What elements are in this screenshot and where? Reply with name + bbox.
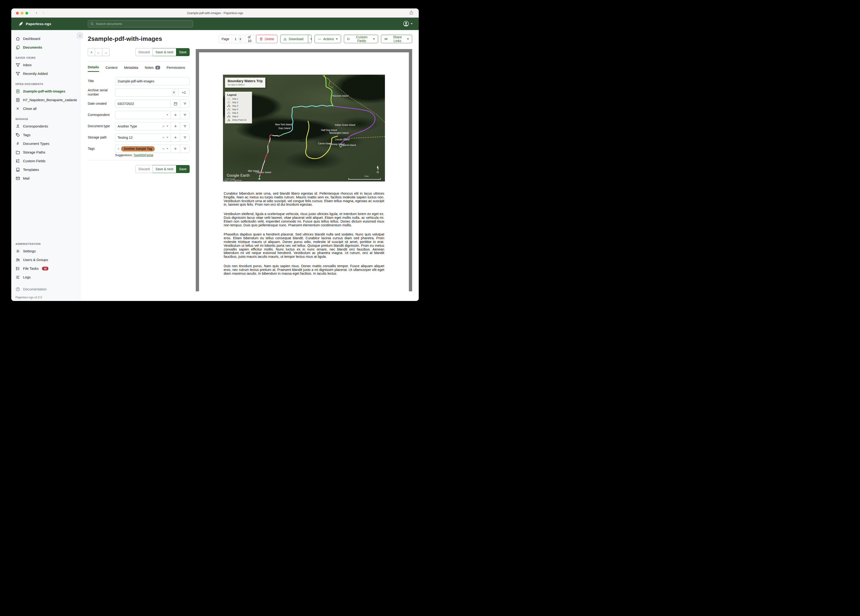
app-brand[interactable]: Paperless-ngx (11, 21, 52, 27)
sidebar-item-inbox[interactable]: Inbox (11, 61, 80, 69)
save-button[interactable]: Save (176, 48, 190, 56)
google-earth-watermark: Google Earth (227, 173, 250, 178)
tab-notes[interactable]: Notes 1 (145, 65, 160, 72)
previous-document-button[interactable]: ← (95, 48, 102, 56)
calendar-icon[interactable] (171, 100, 180, 107)
storage-path-filter-icon[interactable] (180, 134, 190, 141)
download-options-caret[interactable] (308, 35, 311, 43)
next-document-button[interactable]: → (102, 48, 110, 56)
map-legend-item: Day 4 (227, 108, 250, 111)
tab-details[interactable]: Details (88, 65, 99, 72)
discard-button[interactable]: Discard (135, 48, 152, 56)
browser-back-icon[interactable]: ‹ (34, 10, 39, 15)
delete-button[interactable]: Delete (256, 35, 278, 43)
share-links-button[interactable]: Share Links (381, 35, 412, 43)
search-input[interactable] (96, 22, 190, 25)
title-field[interactable] (118, 79, 187, 83)
sidebar-item-open-doc-2[interactable]: H7_Napoleon_Bonaparte_zadanie (11, 96, 80, 104)
close-window-button[interactable] (16, 12, 19, 14)
download-button[interactable]: Download (280, 35, 312, 43)
storage-path-select[interactable]: Testing 12 × (115, 134, 171, 141)
clear-icon[interactable]: × (162, 136, 164, 140)
correspondent-filter-icon[interactable] (180, 111, 190, 119)
asn-field[interactable] (118, 91, 172, 94)
sidebar-item-settings[interactable]: Settings (11, 247, 80, 255)
home-icon (16, 36, 20, 41)
add-document-type-button[interactable] (171, 122, 180, 130)
sidebar-item-correspondents[interactable]: Correspondents (11, 122, 80, 130)
save-and-next-button[interactable]: Save & next (153, 48, 176, 56)
sidebar-item-dashboard[interactable]: Dashboard (11, 34, 80, 43)
document-text-icon (16, 97, 20, 102)
pdf-viewer-frame[interactable]: Boundary Waters Trip Six days in BWCA Le… (196, 49, 412, 291)
correspondent-select[interactable] (115, 111, 171, 119)
sidebar-item-close-all[interactable]: Close all (11, 104, 80, 113)
route-dots-icon (227, 104, 231, 107)
browser-forward-icon[interactable]: › (41, 10, 46, 15)
discard-button-bottom[interactable]: Discard (135, 165, 152, 173)
correspondent-field-label: Correspondent (88, 113, 112, 117)
chevron-down-icon (166, 148, 168, 149)
route-dots-icon (227, 108, 231, 111)
actions-button[interactable]: ⋯ Actions (314, 35, 341, 43)
clear-icon[interactable]: × (162, 124, 164, 128)
sidebar-item-open-doc-1[interactable]: 2sample-pdf-with-images (11, 87, 80, 96)
sidebar-item-logs[interactable]: Logs (11, 273, 80, 281)
page-label: Page (219, 35, 232, 43)
page-total: of 10 (245, 35, 256, 43)
tab-permissions[interactable]: Permissions (166, 65, 185, 72)
sidebar-item-file-tasks[interactable]: File Tasks 16 (11, 264, 80, 273)
logs-icon (16, 275, 20, 279)
add-correspondent-button[interactable] (171, 111, 180, 119)
custom-fields-button[interactable]: Custom Fields (344, 35, 378, 43)
trash-icon (259, 37, 263, 41)
sidebar-item-users-groups[interactable]: Users & Groups (11, 255, 80, 264)
sidebar-item-templates[interactable]: Templates (11, 165, 80, 174)
clear-icon[interactable]: × (162, 147, 164, 151)
map-credit-digitalglobe: Image © 2017 DigitalGlobe (223, 179, 242, 181)
sidebar-item-document-types[interactable]: # Document Types (11, 139, 80, 148)
tab-content[interactable]: Content (106, 65, 118, 72)
tag-chip[interactable]: Another Sample Tag (121, 146, 155, 151)
sidebar-item-recently-added[interactable]: Recently Added (11, 69, 80, 78)
user-menu[interactable] (403, 20, 413, 27)
add-storage-path-button[interactable] (171, 134, 180, 141)
storage-path-field-label: Storage path (88, 135, 112, 140)
document-type-select[interactable]: Another Type × (115, 122, 171, 130)
close-icon (16, 106, 20, 111)
sidebar-item-tags[interactable]: Tags (11, 130, 80, 139)
map-island-label: Gary Island (278, 127, 290, 130)
minimize-window-button[interactable] (20, 12, 24, 14)
sidebar-item-custom-fields[interactable]: Custom Fields (11, 157, 80, 165)
date-filter-icon[interactable] (180, 100, 190, 107)
sidebar-item-storage-paths[interactable]: Storage Paths (11, 148, 80, 157)
asn-field-label: Archive serial number (88, 88, 112, 96)
number-stepper[interactable] (172, 90, 176, 95)
maximize-window-button[interactable] (25, 12, 28, 14)
sidebar-item-mail[interactable]: Mail (11, 174, 80, 183)
page-stepper[interactable] (239, 36, 242, 42)
save-button-bottom[interactable]: Save (176, 165, 190, 173)
asn-plus-one-button[interactable]: +1 (178, 88, 190, 96)
save-and-next-button-bottom[interactable]: Save & next (153, 165, 176, 173)
tab-metadata[interactable]: Metadata (124, 65, 138, 72)
close-document-button[interactable]: × (88, 48, 95, 56)
paperless-leaf-logo-icon (18, 21, 24, 27)
map-island-label: Washington Island (329, 132, 348, 134)
date-created-field-label: Date created (88, 102, 112, 106)
date-created-field[interactable] (118, 102, 168, 106)
suggestion-link[interactable]: TagWithPartial (133, 153, 153, 157)
document-type-filter-icon[interactable] (180, 122, 190, 130)
sidebar-collapse-button[interactable]: « (77, 32, 83, 39)
sidebar-item-documentation[interactable]: Documentation (11, 285, 80, 294)
entry-point-icon (227, 119, 231, 121)
share-icon[interactable] (410, 11, 413, 14)
sidebar-section-saved-views: SAVED VIEWS (11, 52, 80, 61)
remove-tag-icon[interactable]: × (118, 147, 119, 151)
tags-select[interactable]: × Another Sample Tag × (115, 145, 171, 152)
tags-filter-icon[interactable] (180, 145, 190, 152)
add-tag-button[interactable] (171, 145, 180, 152)
page-number-input[interactable]: 1 (232, 35, 245, 43)
map-island-label: Indian Grave Island (335, 124, 355, 126)
sidebar-item-documents[interactable]: Documents (11, 43, 80, 52)
